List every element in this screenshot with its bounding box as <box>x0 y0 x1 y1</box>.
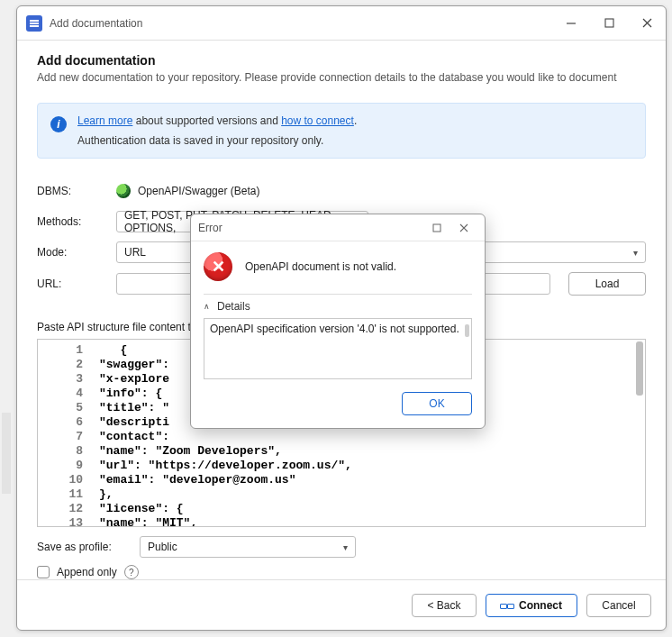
chevron-down-icon: ▾ <box>343 542 348 552</box>
info-period: . <box>354 114 357 127</box>
methods-label: Methods: <box>37 215 116 228</box>
error-icon: ✕ <box>204 252 232 281</box>
dialog-title: Error <box>198 222 222 234</box>
details-scrollbar[interactable] <box>465 324 469 337</box>
append-only-checkbox[interactable] <box>37 566 50 578</box>
connect-icon <box>501 601 513 610</box>
connect-button-label: Connect <box>519 599 562 612</box>
page-subtitle: Add new documentation to your repository… <box>37 70 646 85</box>
chevron-down-icon: ▾ <box>633 248 638 258</box>
maximize-icon <box>604 18 614 28</box>
url-label: URL: <box>37 278 116 290</box>
back-button-label: < Back <box>427 599 460 612</box>
titlebar: Add documentation <box>17 6 666 41</box>
chevron-up-icon: ∧ <box>204 302 210 311</box>
ok-button[interactable]: OK <box>402 392 472 415</box>
dialog-maximize-button[interactable] <box>423 215 450 241</box>
app-icon <box>26 15 42 32</box>
line-gutter: 1 2 3 4 5 6 7 8 9 10 11 12 13 <box>38 340 92 526</box>
editor-scrollbar[interactable] <box>636 341 643 396</box>
dialog-message: OpenAPI document is not valid. <box>245 260 396 273</box>
details-label: Details <box>217 300 250 313</box>
load-button[interactable]: Load <box>568 272 646 296</box>
info-icon: i <box>50 116 67 132</box>
window-title: Add documentation <box>50 17 142 30</box>
info-text-middle: about supported versions and <box>132 114 281 127</box>
help-icon[interactable]: ? <box>124 565 139 579</box>
details-toggle[interactable]: ∧ Details <box>204 294 472 318</box>
save-profile-label: Save as profile: <box>37 541 127 553</box>
mode-label: Mode: <box>37 246 116 259</box>
svg-rect-1 <box>605 19 613 27</box>
dbms-label: DBMS: <box>37 185 116 197</box>
save-profile-value: Public <box>148 541 177 553</box>
info-line1: Learn more about supported versions and … <box>77 114 357 127</box>
cancel-button[interactable]: Cancel <box>586 594 651 617</box>
load-button-label: Load <box>595 278 620 290</box>
maximize-icon <box>432 223 441 232</box>
svg-rect-4 <box>433 224 440 232</box>
info-line2: Authentication data is saved in your rep… <box>77 134 357 147</box>
cancel-button-label: Cancel <box>602 599 635 612</box>
mode-value: URL <box>124 246 146 259</box>
append-only-label: Append only <box>57 566 117 578</box>
page-title: Add documentation <box>37 53 646 68</box>
ok-button-label: OK <box>429 397 444 410</box>
details-text[interactable]: OpenAPI specification version '4.0' is n… <box>204 318 472 379</box>
save-profile-select[interactable]: Public ▾ <box>140 536 356 558</box>
close-button[interactable] <box>628 6 666 41</box>
dialog-titlebar: Error <box>191 214 485 241</box>
learn-more-link[interactable]: Learn more <box>77 114 132 127</box>
minimize-icon <box>566 18 577 29</box>
background-sliver <box>0 0 16 637</box>
back-button[interactable]: < Back <box>412 594 477 617</box>
minimize-button[interactable] <box>552 6 590 41</box>
openapi-icon <box>116 184 131 198</box>
error-dialog: Error ✕ OpenAPI document is not valid. ∧… <box>190 214 486 429</box>
dialog-close-button[interactable] <box>450 215 477 241</box>
info-banner: i Learn more about supported versions an… <box>37 103 646 159</box>
close-icon <box>642 18 652 28</box>
connect-button[interactable]: Connect <box>486 594 577 617</box>
details-text-content: OpenAPI specification version '4.0' is n… <box>210 323 459 335</box>
maximize-button[interactable] <box>590 6 628 41</box>
dbms-value: OpenAPI/Swagger (Beta) <box>138 185 259 197</box>
close-icon <box>459 223 468 232</box>
wizard-footer: < Back Connect Cancel <box>17 579 666 630</box>
how-to-connect-link[interactable]: how to connect <box>281 114 354 127</box>
